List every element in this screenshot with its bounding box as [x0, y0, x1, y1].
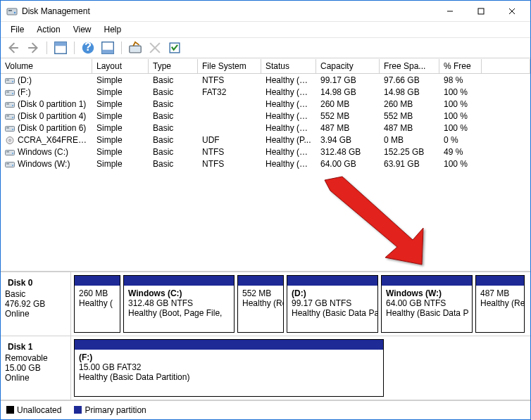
- rescan-button[interactable]: [127, 40, 144, 56]
- partition-header: [75, 276, 120, 286]
- cell-status: Healthy (B...: [261, 87, 316, 97]
- volume-name: CCRA_X64FRE_EN...: [18, 135, 92, 145]
- svg-rect-20: [6, 79, 9, 81]
- drive-icon: [5, 101, 15, 108]
- cell-fs: FAT32: [198, 87, 261, 97]
- cell-status: Healthy (P...: [261, 135, 316, 145]
- disk-mgmt-icon: [6, 6, 18, 17]
- partition[interactable]: (F:)15.00 GB FAT32Healthy (Basic Data Pa…: [74, 339, 384, 397]
- partition[interactable]: (D:)99.17 GB NTFSHealthy (Basic Data Pa: [287, 275, 378, 333]
- svg-rect-40: [6, 163, 9, 165]
- partition[interactable]: 260 MBHealthy (: [74, 275, 120, 333]
- volume-list-body[interactable]: (D:)SimpleBasicNTFSHealthy (B...99.17 GB…: [1, 74, 530, 271]
- minimize-button[interactable]: [435, 1, 466, 21]
- volume-list-header: Volume Layout Type File System Status Ca…: [1, 59, 530, 74]
- cell-layout: Simple: [92, 99, 149, 109]
- partition-status: Healthy (Re: [480, 298, 524, 308]
- disk-partitions: 260 MBHealthy (Windows (C:)312.48 GB NTF…: [71, 272, 530, 336]
- refresh-toolbar-button[interactable]: [166, 40, 183, 56]
- cell-free: 487 MB: [380, 123, 439, 133]
- partition-title: (F:): [79, 352, 92, 362]
- volume-row[interactable]: Windows (W:)SimpleBasicNTFSHealthy (B...…: [1, 158, 530, 170]
- drive-icon: [5, 113, 15, 120]
- cell-status: Healthy (B...: [261, 159, 316, 169]
- view-top-button[interactable]: [52, 40, 69, 56]
- cell-capacity: 64.00 GB: [316, 159, 380, 169]
- back-button[interactable]: [5, 40, 22, 56]
- col-capacity[interactable]: Capacity: [316, 59, 380, 73]
- forward-button[interactable]: [25, 40, 42, 56]
- cell-free: 552 MB: [380, 111, 439, 121]
- menu-file[interactable]: File: [5, 23, 30, 36]
- legend-primary: Primary partition: [74, 405, 146, 415]
- partition-size: 312.48 GB NTFS: [128, 298, 193, 308]
- swatch-unallocated-icon: [6, 406, 14, 414]
- cell-pct: 0 %: [439, 135, 482, 145]
- menu-action[interactable]: Action: [31, 23, 65, 36]
- partition-body: Windows (W:)64.00 GB NTFSHealthy (Basic …: [382, 286, 472, 332]
- partition-title: Windows (W:): [386, 288, 442, 298]
- cell-layout: Simple: [92, 159, 149, 169]
- partition[interactable]: 552 MBHealthy (Re: [237, 275, 284, 333]
- svg-point-30: [12, 117, 13, 118]
- col-type[interactable]: Type: [149, 59, 198, 73]
- volume-name: (Disk 0 partition 1): [18, 99, 86, 109]
- disk-row: Disk 1Removable15.00 GBOnline(F:)15.00 G…: [1, 336, 530, 400]
- svg-rect-36: [6, 150, 15, 155]
- cell-pct: 98 %: [439, 75, 482, 85]
- svg-rect-19: [6, 78, 15, 83]
- partition-status: Healthy (: [79, 298, 113, 308]
- volume-name: Windows (W:): [18, 159, 70, 169]
- svg-rect-0: [7, 8, 17, 15]
- partition-header: [75, 340, 383, 350]
- disk-type: Basic: [5, 289, 66, 299]
- disk-label[interactable]: Disk 1Removable15.00 GBOnline: [1, 336, 71, 400]
- col-free[interactable]: Free Spa...: [380, 59, 439, 73]
- partition[interactable]: 487 MBHealthy (Re: [475, 275, 525, 333]
- partition[interactable]: Windows (C:)312.48 GB NTFSHealthy (Boot,…: [123, 275, 235, 333]
- volume-row[interactable]: (Disk 0 partition 1)SimpleBasicHealthy (…: [1, 98, 530, 110]
- svg-text:?: ?: [85, 40, 92, 53]
- volume-row[interactable]: Windows (C:)SimpleBasicNTFSHealthy (B...…: [1, 146, 530, 158]
- cell-free: 63.91 GB: [380, 159, 439, 169]
- volume-row[interactable]: (F:)SimpleBasicFAT32Healthy (B...14.98 G…: [1, 86, 530, 98]
- volume-row[interactable]: (Disk 0 partition 6)SimpleBasicHealthy (…: [1, 122, 530, 134]
- cell-free: 152.25 GB: [380, 147, 439, 157]
- partition[interactable]: Windows (W:)64.00 GB NTFSHealthy (Basic …: [381, 275, 473, 333]
- svg-rect-32: [6, 127, 9, 129]
- view-bottom-button[interactable]: [99, 40, 116, 56]
- volume-row[interactable]: (Disk 0 partition 4)SimpleBasicHealthy (…: [1, 110, 530, 122]
- maximize-button[interactable]: [466, 1, 496, 21]
- disk-size: 15.00 GB: [5, 363, 66, 373]
- toolbar-sep: [121, 42, 122, 54]
- col-status[interactable]: Status: [261, 59, 316, 73]
- svg-rect-23: [6, 91, 9, 93]
- menu-view[interactable]: View: [68, 23, 97, 36]
- help-button[interactable]: ?: [80, 40, 96, 56]
- partition-status: Healthy (Boot, Page File,: [128, 308, 222, 318]
- cell-layout: Simple: [92, 147, 149, 157]
- close-button[interactable]: [496, 1, 527, 21]
- volume-row[interactable]: CCRA_X64FRE_EN...SimpleBasicUDFHealthy (…: [1, 134, 530, 146]
- cell-fs: NTFS: [198, 75, 261, 85]
- volume-row[interactable]: (D:)SimpleBasicNTFSHealthy (B...99.17 GB…: [1, 74, 530, 86]
- svg-rect-31: [6, 126, 15, 131]
- menubar: File Action View Help: [1, 22, 530, 38]
- col-layout[interactable]: Layout: [92, 59, 149, 73]
- cell-layout: Simple: [92, 111, 149, 121]
- cell-pct: 100 %: [439, 111, 482, 121]
- svg-rect-1: [8, 10, 12, 11]
- menu-help[interactable]: Help: [99, 23, 127, 36]
- col-pctfree[interactable]: % Free: [439, 59, 482, 73]
- disk-type: Removable: [5, 353, 66, 363]
- disk-label[interactable]: Disk 0Basic476.92 GBOnline: [1, 272, 71, 336]
- partition-status: Healthy (Re: [242, 298, 283, 308]
- cell-layout: Simple: [92, 87, 149, 97]
- partition-header: [287, 276, 377, 286]
- cancel-button-toolbar[interactable]: [146, 40, 163, 56]
- svg-rect-28: [6, 114, 15, 119]
- col-volume[interactable]: Volume: [1, 59, 92, 73]
- cell-pct: 100 %: [439, 123, 482, 133]
- svg-point-33: [12, 129, 13, 130]
- col-fs[interactable]: File System: [198, 59, 261, 73]
